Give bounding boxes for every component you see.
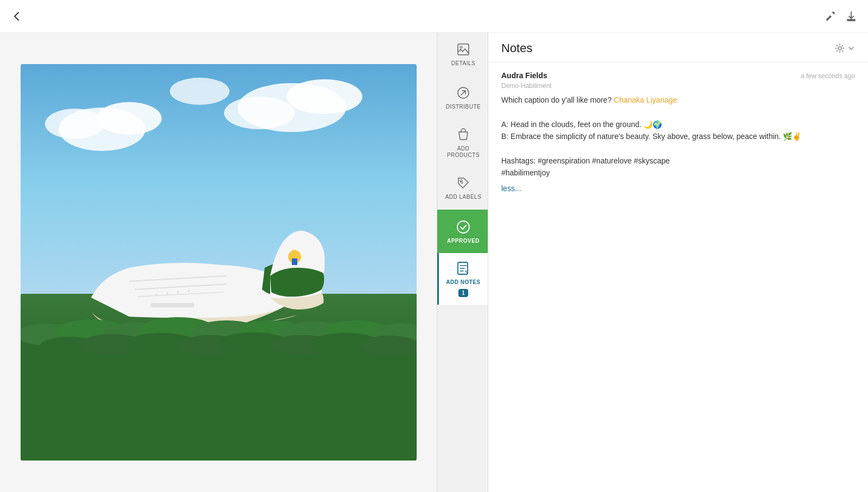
svg-point-11 — [188, 290, 190, 292]
sidebar-item-add-products[interactable]: ADD PRODUCTS — [437, 119, 488, 166]
svg-point-14 — [290, 250, 299, 258]
svg-point-33 — [360, 336, 417, 356]
hashtags: Hashtags: #greenspiration #naturelove #s… — [501, 156, 670, 177]
sidebar-item-label: ADD PRODUCTS — [447, 146, 480, 159]
svg-point-1 — [97, 102, 162, 135]
sidebar-item-details[interactable]: DETAILS — [437, 33, 488, 76]
top-bar — [0, 0, 868, 33]
notes-body: Audra Fields a few seconds ago Demo-Habi… — [488, 62, 868, 492]
arrow-up-right-icon — [456, 85, 471, 100]
notes-panel: Notes Audra Fields a few seconds ago Dem… — [488, 33, 868, 492]
svg-point-6 — [170, 78, 229, 105]
svg-point-40 — [838, 47, 841, 50]
svg-point-10 — [177, 291, 179, 293]
svg-rect-15 — [292, 258, 297, 265]
top-bar-left — [11, 10, 23, 22]
svg-point-38 — [457, 221, 469, 233]
svg-point-4 — [286, 79, 362, 114]
notes-header: Notes — [488, 33, 868, 62]
image-icon — [456, 42, 471, 57]
caption-question: Which caption do y'all like more? — [501, 96, 614, 104]
sidebar-item-add-notes[interactable]: ADD NOTES 1 — [437, 253, 488, 305]
download-button[interactable] — [845, 10, 857, 22]
notes-icon — [456, 261, 471, 276]
svg-point-9 — [166, 292, 168, 294]
back-button[interactable] — [11, 10, 23, 22]
svg-point-2 — [45, 109, 105, 139]
mention-tag[interactable]: Chanaka Liyanage — [614, 96, 677, 104]
check-circle-icon — [456, 219, 471, 235]
sidebar-item-distribute[interactable]: DISTRIBUTE — [437, 76, 488, 119]
comment-subtitle: Demo-Habiliment — [501, 82, 855, 90]
bag-icon — [456, 127, 471, 142]
approved-label: APPROVED — [447, 238, 480, 244]
main-content: DETAILS DISTRIBUTE ADD PRODUCTS — [0, 33, 868, 492]
sidebar-item-label: ADD NOTES — [446, 279, 480, 286]
comment-header: Audra Fields a few seconds ago — [501, 71, 855, 80]
svg-rect-12 — [151, 303, 194, 307]
svg-point-8 — [155, 294, 157, 296]
sidebar-item-label: ADD LABELS — [445, 194, 482, 200]
sidebar-item-approved[interactable]: APPROVED — [437, 210, 488, 253]
label-icon — [456, 175, 471, 191]
notes-settings-button[interactable] — [834, 43, 855, 54]
comment-author: Audra Fields — [501, 71, 547, 80]
top-bar-right — [825, 10, 857, 22]
product-image — [21, 64, 417, 461]
notes-badge: 1 — [458, 289, 468, 297]
caption-b: B: Embrace the simplicity of nature's be… — [501, 132, 801, 141]
comment-text: Which caption do y'all like more? Chanak… — [501, 94, 855, 194]
image-area — [0, 33, 437, 492]
svg-point-35 — [460, 46, 462, 48]
svg-rect-34 — [458, 44, 469, 55]
comment-block: Audra Fields a few seconds ago Demo-Habi… — [501, 71, 855, 194]
sidebar: DETAILS DISTRIBUTE ADD PRODUCTS — [437, 33, 488, 492]
gear-icon — [834, 43, 845, 54]
sidebar-item-label: DETAILS — [451, 60, 475, 67]
svg-point-5 — [224, 97, 295, 129]
caption-a: A: Head in the clouds, feet on the groun… — [501, 120, 662, 129]
chevron-down-icon — [847, 45, 855, 52]
notes-title: Notes — [501, 41, 532, 55]
sidebar-item-label: DISTRIBUTE — [446, 104, 481, 110]
edit-button[interactable] — [825, 10, 837, 22]
sidebar-item-add-labels[interactable]: ADD LABELS — [437, 166, 488, 210]
less-link[interactable]: less... — [501, 182, 855, 194]
comment-time: a few seconds ago — [801, 72, 855, 80]
